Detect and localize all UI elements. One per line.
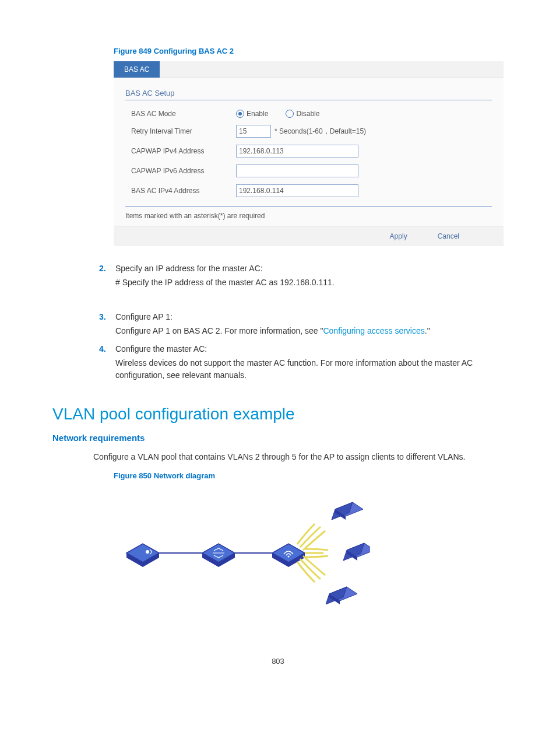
section-head: BAS AC Setup xyxy=(125,89,492,100)
steps-list-2: 3. Configure AP 1: Configure AP 1 on BAS… xyxy=(52,312,504,382)
label-capwap6: CAPWAP IPv6 Address xyxy=(125,167,236,175)
bas-ac-config-panel: BAS AC BAS AC Setup BAS AC Mode Enable D… xyxy=(114,61,504,246)
input-bas4[interactable] xyxy=(236,184,358,197)
network-diagram xyxy=(114,486,504,622)
radio-disable[interactable] xyxy=(286,110,294,118)
row-capwap4: CAPWAP IPv4 Address xyxy=(125,141,492,161)
step-3: 3. Configure AP 1: Configure AP 1 on BAS… xyxy=(99,312,504,337)
link-configuring-access-services[interactable]: Configuring access services xyxy=(323,326,424,335)
radio-enable[interactable] xyxy=(236,110,244,118)
label-mode: BAS AC Mode xyxy=(125,110,236,118)
input-capwap6[interactable] xyxy=(236,164,358,177)
svg-point-8 xyxy=(288,556,290,558)
step-4: 4. Configure the master AC: Wireless dev… xyxy=(99,344,504,382)
label-bas4: BAS AC IPv4 Address xyxy=(125,187,236,195)
svg-point-3 xyxy=(146,550,149,554)
form-area: BAS AC Setup BAS AC Mode Enable Disable … xyxy=(114,78,504,226)
cancel-button[interactable]: Cancel xyxy=(434,231,463,242)
step-4-number: 4. xyxy=(99,344,106,354)
step-4-title: Configure the master AC: xyxy=(115,344,207,354)
step-4-body: Wireless devices do not support the mast… xyxy=(115,357,504,382)
radio-disable-label: Disable xyxy=(296,110,319,118)
step-3-pre: Configure AP 1 on BAS AC 2. For more inf… xyxy=(115,326,323,335)
row-capwap6: CAPWAP IPv6 Address xyxy=(125,161,492,181)
heading-vlan-pool: VLAN pool configuration example xyxy=(52,405,504,424)
step-3-post: ." xyxy=(425,326,430,335)
step-3-body: Configure AP 1 on BAS AC 2. For more inf… xyxy=(115,325,504,337)
button-row: Apply Cancel xyxy=(114,226,504,246)
hint-retry: * Seconds(1-60，Default=15) xyxy=(275,127,366,136)
step-2-number: 2. xyxy=(99,264,106,273)
step-2: 2. Specify an IP address for the master … xyxy=(99,264,504,289)
para-network-req: Configure a VLAN pool that contains VLAN… xyxy=(93,451,504,463)
tab-bas-ac[interactable]: BAS AC xyxy=(114,61,160,78)
apply-button[interactable]: Apply xyxy=(386,231,411,242)
step-3-number: 3. xyxy=(99,312,106,321)
label-capwap4: CAPWAP IPv4 Address xyxy=(125,147,236,155)
tab-bar: BAS AC xyxy=(114,61,504,78)
step-2-body: # Specify the IP address of the master A… xyxy=(115,276,504,289)
page-number: 803 xyxy=(52,657,504,666)
row-bas4: BAS AC IPv4 Address xyxy=(125,181,492,201)
radio-enable-label: Enable xyxy=(247,110,268,118)
row-retry: Retry Interval Timer * Seconds(1-60，Defa… xyxy=(125,121,492,141)
steps-list: 2. Specify an IP address for the master … xyxy=(52,264,504,289)
step-3-title: Configure AP 1: xyxy=(115,312,173,321)
row-mode: BAS AC Mode Enable Disable xyxy=(125,106,492,121)
label-retry: Retry Interval Timer xyxy=(125,127,236,135)
input-retry[interactable] xyxy=(236,125,271,138)
heading-network-requirements: Network requirements xyxy=(52,433,504,443)
figure-850-title: Figure 850 Network diagram xyxy=(114,471,504,480)
required-note: Items marked with an asterisk(*) are req… xyxy=(125,206,492,220)
input-capwap4[interactable] xyxy=(236,145,358,158)
figure-849-title: Figure 849 Configuring BAS AC 2 xyxy=(114,47,504,55)
step-2-title: Specify an IP address for the master AC: xyxy=(115,264,263,273)
